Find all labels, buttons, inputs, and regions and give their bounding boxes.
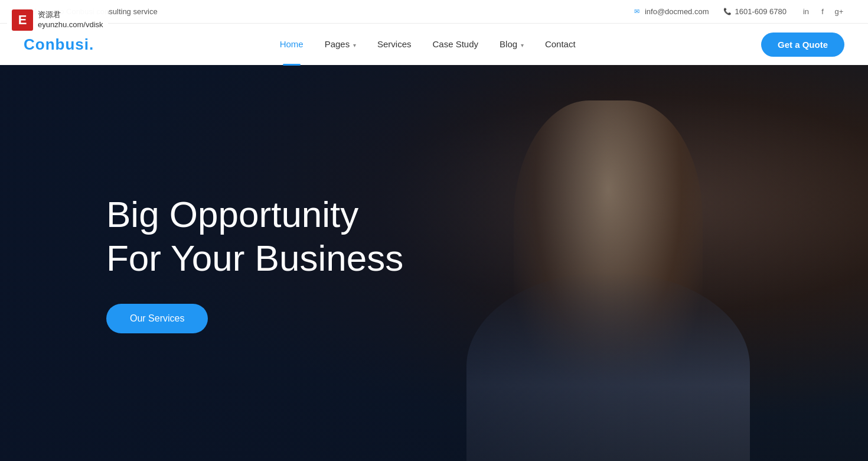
nav-link-contact[interactable]: Contact <box>545 39 576 49</box>
hero-title: Big Opportunity For Your Business <box>106 193 868 281</box>
get-quote-button[interactable]: Get a Quote <box>761 33 844 57</box>
nav-item-blog[interactable]: Blog ▾ <box>500 39 524 50</box>
top-bar: Welcome to Conbusi consulting service ✉ … <box>0 0 868 24</box>
hero-title-line2: For Your Business <box>106 236 868 280</box>
nav-link-home[interactable]: Home <box>280 39 304 49</box>
watermark-text: 资源君 eyunzhu.com/vdisk <box>38 10 103 30</box>
phone-contact[interactable]: 📞 1601-609 6780 <box>723 7 787 16</box>
nav-link-pages[interactable]: Pages ▾ <box>325 39 356 49</box>
top-bar-right: ✉ info@docmed.com 📞 1601-609 6780 in f g… <box>633 7 844 17</box>
logo-dot: . <box>89 35 94 53</box>
email-icon: ✉ <box>633 8 641 16</box>
hero-content: Big Opportunity For Your Business Our Se… <box>0 65 868 461</box>
nav-item-case-study[interactable]: Case Study <box>433 39 479 50</box>
our-services-button[interactable]: Our Services <box>106 304 208 333</box>
site-logo[interactable]: Conbusi. <box>24 35 94 54</box>
social-icons: in f g+ <box>801 7 844 17</box>
hero-title-line1: Big Opportunity <box>106 193 868 236</box>
phone-icon: 📞 <box>723 8 732 16</box>
hero-section: Big Opportunity For Your Business Our Se… <box>0 65 868 461</box>
nav-link-case-study[interactable]: Case Study <box>433 39 479 49</box>
facebook-icon[interactable]: f <box>817 7 828 17</box>
caret-pages: ▾ <box>351 42 356 48</box>
nav-item-pages[interactable]: Pages ▾ <box>325 39 356 50</box>
phone-text: 1601-609 6780 <box>735 7 787 16</box>
nav-links: Home Pages ▾ Services Case Study Blog ▾ … <box>280 39 576 50</box>
caret-blog: ▾ <box>519 42 524 48</box>
nav-item-services[interactable]: Services <box>377 39 412 50</box>
watermark: E 资源君 eyunzhu.com/vdisk <box>7 7 108 33</box>
nav-item-home[interactable]: Home <box>280 39 304 50</box>
email-contact[interactable]: ✉ info@docmed.com <box>633 7 709 16</box>
navbar: Conbusi. Home Pages ▾ Services Case Stud… <box>0 24 868 65</box>
nav-link-services[interactable]: Services <box>377 39 412 49</box>
nav-item-contact[interactable]: Contact <box>545 39 576 50</box>
logo-text: Conbusi <box>24 35 89 53</box>
watermark-logo-e: E <box>12 9 33 31</box>
gplus-icon[interactable]: g+ <box>834 7 844 17</box>
email-text: info@docmed.com <box>645 7 709 16</box>
nav-link-blog[interactable]: Blog ▾ <box>500 39 524 49</box>
linkedin-icon[interactable]: in <box>801 7 811 17</box>
